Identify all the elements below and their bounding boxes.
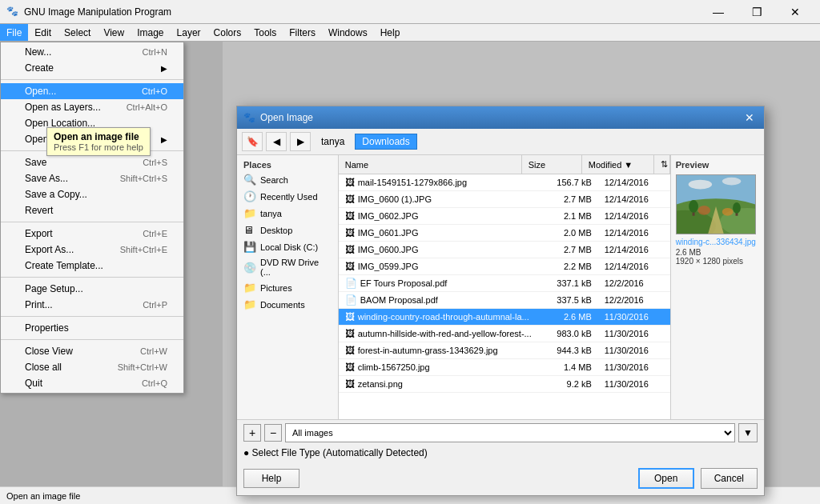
menu-view[interactable]: View bbox=[97, 24, 131, 41]
place-dvd-drive[interactable]: 💿 DVD RW Drive (... bbox=[237, 255, 338, 279]
place-recently-used[interactable]: 🕐 Recently Used bbox=[237, 188, 338, 205]
col-name[interactable]: Name bbox=[339, 155, 522, 174]
cancel-button[interactable]: Cancel bbox=[701, 468, 758, 489]
file-size: 2.7 MB bbox=[538, 244, 598, 255]
file-row[interactable]: 🖼 zetansi.png 9.2 kB 11/30/2016 bbox=[339, 376, 670, 393]
menu-print[interactable]: Print... Ctrl+P bbox=[1, 297, 183, 313]
menu-save[interactable]: Save Ctrl+S bbox=[1, 154, 183, 170]
menu-create[interactable]: Create ▶ bbox=[1, 60, 183, 76]
file-row[interactable]: 🖼 mail-1549151-1279x866.jpg 156.7 kB 12/… bbox=[339, 174, 670, 191]
menu-export[interactable]: Export Ctrl+E bbox=[1, 226, 183, 242]
places-header: Places bbox=[237, 155, 338, 171]
preview-image bbox=[676, 174, 756, 234]
file-row[interactable]: 🖼 climb-1567250.jpg 1.4 MB 11/30/2016 bbox=[339, 359, 670, 376]
file-name: IMG_0600 (1).JPG bbox=[358, 194, 432, 204]
toolbar-back-button[interactable]: ◀ bbox=[266, 132, 287, 151]
menu-open-layers[interactable]: Open as Layers... Ctrl+Alt+O bbox=[1, 99, 183, 115]
file-list-panel: Name Size Modified ▼ ⇅ 🖼 mail-1549151-12… bbox=[339, 155, 670, 419]
menu-windows[interactable]: Windows bbox=[322, 24, 374, 41]
file-date: 12/14/2016 bbox=[598, 177, 670, 188]
menu-new[interactable]: New... Ctrl+N bbox=[1, 44, 183, 60]
file-name: BAOM Proposal.pdf bbox=[360, 295, 438, 305]
place-search[interactable]: 🔍 Search bbox=[237, 171, 338, 188]
file-name: IMG_0602.JPG bbox=[358, 211, 419, 221]
menu-layer[interactable]: Layer bbox=[171, 24, 207, 41]
place-pictures[interactable]: 📁 Pictures bbox=[237, 279, 338, 296]
svg-point-7 bbox=[689, 200, 698, 213]
file-type-select[interactable]: All images bbox=[285, 423, 735, 442]
menu-filters[interactable]: Filters bbox=[283, 24, 322, 41]
file-date: 11/30/2016 bbox=[598, 345, 670, 356]
menu-quit[interactable]: Quit Ctrl+Q bbox=[1, 375, 183, 391]
place-documents[interactable]: 📁 Documents bbox=[237, 296, 338, 313]
svg-point-2 bbox=[722, 178, 742, 186]
menu-page-setup[interactable]: Page Setup... bbox=[1, 281, 183, 297]
dialog-body: Places 🔍 Search 🕐 Recently Used 📁 tanya … bbox=[237, 155, 764, 419]
file-size: 9.2 kB bbox=[538, 378, 598, 390]
menu-file[interactable]: File bbox=[0, 24, 28, 41]
dialog-close-button[interactable]: ✕ bbox=[742, 110, 758, 126]
menu-revert[interactable]: Revert bbox=[1, 202, 183, 218]
menu-save-copy[interactable]: Save a Copy... bbox=[1, 186, 183, 202]
menu-select[interactable]: Select bbox=[58, 24, 97, 41]
toolbar-forward-button[interactable]: ▶ bbox=[290, 132, 311, 151]
file-row[interactable]: 🖼 IMG_0600 (1).JPG 2.7 MB 12/14/2016 bbox=[339, 191, 670, 208]
dialog-footer: + − All images ▼ ● Select File Type (Aut… bbox=[237, 419, 764, 495]
menu-image[interactable]: Image bbox=[131, 24, 170, 41]
preview-size: 2.6 MB bbox=[676, 248, 759, 257]
col-sort[interactable]: ⇅ bbox=[654, 155, 670, 174]
places-panel: Places 🔍 Search 🕐 Recently Used 📁 tanya … bbox=[237, 155, 339, 419]
minimize-button[interactable]: — bbox=[700, 0, 737, 24]
file-row[interactable]: 🖼 forest-in-autumn-grass-1343629.jpg 944… bbox=[339, 342, 670, 359]
breadcrumb-parent[interactable]: tanya bbox=[314, 134, 352, 150]
menu-colors[interactable]: Colors bbox=[207, 24, 248, 41]
file-name: zetansi.png bbox=[358, 379, 403, 389]
select-dropdown-arrow[interactable]: ▼ bbox=[738, 423, 758, 442]
place-desktop[interactable]: 🖥 Desktop bbox=[237, 222, 338, 238]
breadcrumb-current[interactable]: Downloads bbox=[355, 134, 416, 150]
file-name: IMG_0600.JPG bbox=[358, 245, 419, 254]
menu-open-recent-arrow: ▶ bbox=[161, 135, 167, 144]
menu-create-template[interactable]: Create Template... bbox=[1, 258, 183, 274]
col-size[interactable]: Size bbox=[522, 155, 582, 174]
file-row[interactable]: 🖼 IMG_0601.JPG 2.0 MB 12/14/2016 bbox=[339, 225, 670, 242]
status-text: Open an image file bbox=[6, 491, 80, 501]
maximize-button[interactable]: ❒ bbox=[738, 0, 775, 24]
file-row[interactable]: 🖼 IMG_0600.JPG 2.7 MB 12/14/2016 bbox=[339, 242, 670, 258]
file-list: 🖼 mail-1549151-1279x866.jpg 156.7 kB 12/… bbox=[339, 174, 670, 419]
menu-properties[interactable]: Properties bbox=[1, 320, 183, 336]
file-dropdown-menu: New... Ctrl+N Create ▶ Open... Ctrl+O Op… bbox=[0, 42, 184, 394]
file-row[interactable]: 🖼 IMG_0599.JPG 2.2 MB 12/14/2016 bbox=[339, 258, 670, 275]
menu-open[interactable]: Open... Ctrl+O bbox=[1, 83, 183, 99]
place-local-disk[interactable]: 💾 Local Disk (C:) bbox=[237, 238, 338, 255]
file-icon: 🖼 bbox=[345, 210, 355, 222]
menu-help[interactable]: Help bbox=[374, 24, 407, 41]
close-button[interactable]: ✕ bbox=[777, 0, 814, 24]
menu-export-as[interactable]: Export As... Shift+Ctrl+E bbox=[1, 242, 183, 258]
menu-close-view[interactable]: Close View Ctrl+W bbox=[1, 343, 183, 359]
toolbar-bookmark-button[interactable]: 🔖 bbox=[242, 132, 263, 151]
place-tanya[interactable]: 📁 tanya bbox=[237, 205, 338, 222]
dialog-title-icon: 🐾 bbox=[243, 112, 255, 123]
add-location-button[interactable]: + bbox=[243, 424, 261, 442]
dialog-title-bar: 🐾 Open Image ✕ bbox=[237, 106, 764, 129]
col-modified[interactable]: Modified ▼ bbox=[582, 155, 654, 174]
file-row-selected[interactable]: 🖼 winding-country-road-through-autumnal-… bbox=[339, 309, 670, 326]
svg-point-9 bbox=[733, 202, 741, 214]
menu-close-all[interactable]: Close all Shift+Ctrl+W bbox=[1, 359, 183, 375]
file-icon: 🖼 bbox=[345, 244, 355, 255]
file-row[interactable]: 📄 EF Tours Proposal.pdf 337.1 kB 12/2/20… bbox=[339, 275, 670, 292]
remove-location-button[interactable]: − bbox=[264, 424, 282, 442]
menu-save-as[interactable]: Save As... Shift+Ctrl+S bbox=[1, 170, 183, 186]
file-row[interactable]: 🖼 IMG_0602.JPG 2.1 MB 12/14/2016 bbox=[339, 208, 670, 225]
file-date: 12/2/2016 bbox=[598, 294, 670, 306]
help-button[interactable]: Help bbox=[243, 469, 299, 488]
file-name: mail-1549151-1279x866.jpg bbox=[358, 178, 467, 187]
file-row[interactable]: 🖼 autumn-hillside-with-red-and-yellow-fo… bbox=[339, 326, 670, 342]
file-row[interactable]: 📄 BAOM Proposal.pdf 337.5 kB 12/2/2016 bbox=[339, 292, 670, 309]
file-date: 11/30/2016 bbox=[598, 362, 670, 373]
open-button[interactable]: Open bbox=[638, 468, 694, 489]
menu-tools[interactable]: Tools bbox=[247, 24, 283, 41]
menu-edit[interactable]: Edit bbox=[28, 24, 58, 41]
desktop-icon: 🖥 bbox=[243, 224, 256, 236]
